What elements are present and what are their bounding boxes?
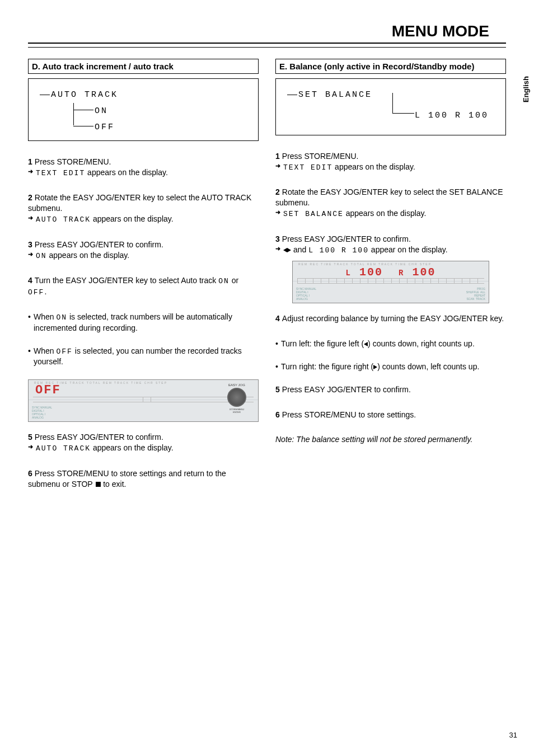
rule-thick [28,43,506,44]
easy-jog-illustration: EASY JOG STORE/MENU ENTER [220,383,254,414]
display-code: TEXT EDIT [283,163,332,172]
display-code: SET BALANCE [283,210,344,218]
stop-icon [96,482,101,487]
bullet: When OFF is selected, you can number the… [28,346,259,367]
step-2r: 2Rotate the EASY JOG/ENTER key to select… [275,187,506,219]
lcd-text: AUTO TRACK [51,90,118,100]
step-1: 1Press STORE/MENU. TEXT EDIT appears on … [28,157,259,178]
step-6: 6Press STORE/MENU to store settings and … [28,468,259,490]
bullet: Turn left: the figure left () counts dow… [275,339,506,349]
step-3r: 3Press EASY JOG/ENTER to confirm. and L … [275,234,506,255]
display-code: OFF [56,348,72,356]
section-e-header: E. Balance (only active in Record/Standb… [275,59,506,74]
language-tab: English [513,84,524,94]
triangle-pair-icon [283,245,291,254]
note-text: Note: The balance setting will not be st… [275,435,506,444]
display-code: L 100 R 100 [308,246,369,255]
page-number: 31 [509,731,517,739]
column-right: E. Balance (only active in Record/Standb… [275,59,506,504]
display-code: AUTO TRACK [36,444,91,453]
lcd-tree-balance: SET BALANCE L 100 R 100 [275,78,506,135]
step-2: 2Rotate the EASY JOG/ENTER key to select… [28,192,259,224]
display-code: ON [218,277,229,285]
display-code: AUTO TRACK [36,215,91,224]
rule-thin [28,47,506,48]
display-code: OFF [28,288,44,297]
bullet: Turn right: the figure right () counts d… [275,361,506,372]
display-code: ON [56,313,67,322]
step-4r: 4Adjust recording balance by turning the… [275,313,506,324]
step-6r: 6Press STORE/MENU to store settings. [275,410,506,420]
lcd-tree-auto-track: AUTO TRACK ON OFF [28,78,259,141]
step-4: 4Turn the EASY JOG/ENTER key to select A… [28,275,259,297]
page-title: MENU MODE [28,22,506,40]
display-code: ON [36,252,47,260]
lcd-text: L 100 R 100 [415,111,489,120]
bullet: When ON is selected, track numbers will … [28,312,259,333]
column-left: D. Auto track increment / auto track AUT… [28,59,259,504]
step-5: 5Press EASY JOG/ENTER to confirm. AUTO T… [28,432,259,453]
jog-wheel-icon [227,388,246,407]
lcd-text: OFF [95,123,115,132]
lcd-text: SET BALANCE [298,90,372,100]
device-display-diagram: REM REC TIME TRACK TOTAL REM TRACK TIME … [28,379,259,422]
lcd-text: ON [95,106,108,116]
step-3: 3Press EASY JOG/ENTER to confirm. ON app… [28,240,259,261]
section-d-header: D. Auto track increment / auto track [28,59,259,74]
step-5r: 5Press EASY JOG/ENTER to confirm. [275,384,506,395]
step-1r: 1Press STORE/MENU. TEXT EDIT appears on … [275,151,506,172]
display-seg-off: OFF [35,383,61,397]
device-display-diagram: REM REC TIME TRACK TOTAL REM TRACK TIME … [292,261,489,303]
display-code: TEXT EDIT [36,169,85,177]
